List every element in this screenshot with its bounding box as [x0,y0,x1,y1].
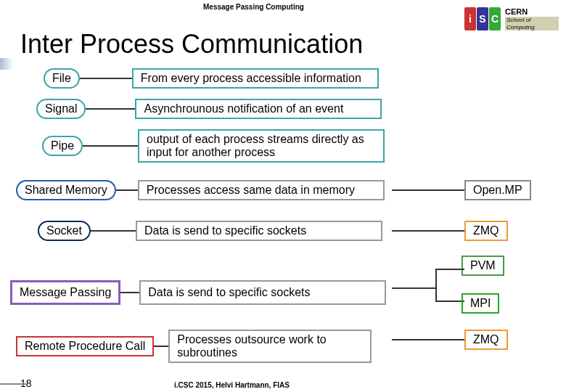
label-rpc: Remote Procedure Call [16,336,154,356]
row-rpc-tag: ZMQ [392,330,508,350]
logo-school: School of Computing [505,17,559,30]
row-mp-conn [392,273,464,301]
logo-s-icon: S [477,7,488,30]
desc-message-passing: Data is send to specific sockets [139,280,386,305]
desc-pipe: output of each process streams directly … [138,129,385,163]
connector [392,339,464,340]
tech-pvm: PVM [462,256,504,276]
label-file: File [44,68,80,89]
row-signal: Signal Asynchrounous notification of an … [36,99,382,119]
label-socket: Socket [38,221,91,241]
row-socket-tag: ZMQ [392,221,508,241]
row-mpi: MPI [462,293,499,314]
desc-file: From every process accessible informatio… [132,68,379,89]
connector [83,145,138,147]
row-message-passing: Message Passing Data is send to specific… [10,280,386,305]
tech-openmp: Open.MP [464,180,531,200]
label-shared-memory: Shared Memory [16,180,116,200]
connector [154,346,168,347]
header-subject: Message Passing Computing [203,3,304,11]
logo-brand: CERN [505,7,559,17]
row-shmem-tag: Open.MP [392,180,531,200]
row-rpc: Remote Procedure Call Processes outsourc… [16,330,372,363]
label-signal: Signal [36,99,86,119]
connector [116,189,138,191]
connector [120,292,139,293]
page-number: 18 [20,377,32,389]
row-file: File From every process accessible infor… [44,68,379,89]
connector [392,230,464,232]
row-pipe: Pipe output of each process streams dire… [42,129,385,163]
label-pipe: Pipe [42,136,83,156]
row-socket: Socket Data is send to specific sockets [38,221,382,241]
footer-text: i.CSC 2015, Helvi Hartmann, FIAS [174,381,290,389]
org-logo: i S C CERN School of Computing [464,3,559,35]
desc-socket: Data is send to specific sockets [136,221,382,241]
row-shared-memory: Shared Memory Processes access same data… [16,180,385,200]
connector-fork [392,273,464,301]
tech-zmq: ZMQ [464,221,508,241]
tech-zmq-rpc: ZMQ [464,330,508,350]
title-accent [0,58,13,70]
desc-signal: Asynchrounous notification of an event [135,99,382,119]
logo-c-icon: C [489,7,501,30]
desc-shared-memory: Processes access same data in memory [138,180,385,200]
connector [80,78,132,79]
page-title: Inter Process Communication [20,29,363,60]
logo-i-icon: i [464,7,476,30]
desc-rpc: Processes outsource work to subroutines [168,330,372,363]
label-message-passing: Message Passing [10,280,120,305]
row-pvm: PVM [462,256,504,276]
connector [392,189,464,191]
connector [86,108,135,110]
connector [91,230,136,232]
tech-mpi: MPI [462,293,499,314]
